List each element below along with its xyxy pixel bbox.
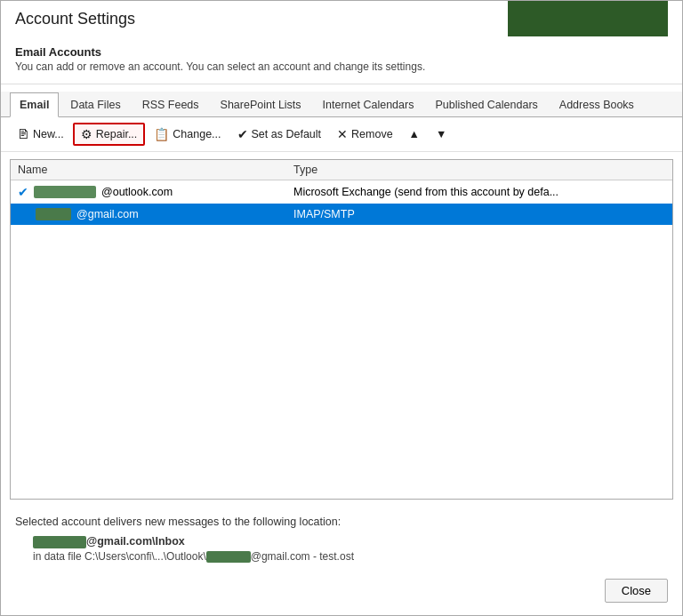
tabs-bar: Email Data Files RSS Feeds SharePoint Li…	[1, 92, 682, 117]
close-button[interactable]: Close	[605, 579, 668, 603]
header-divider	[1, 84, 682, 84]
repair-button[interactable]: ⚙ Repair...	[73, 123, 146, 146]
remove-button[interactable]: ✕ Remove	[330, 124, 400, 145]
set-default-button[interactable]: ✔ Set as Default	[230, 124, 329, 145]
table-row[interactable]: ✔ @outlook.com Microsoft Exchange (send …	[11, 180, 672, 204]
table-header: Name Type	[11, 160, 672, 180]
dialog-title: Account Settings	[15, 10, 135, 28]
change-icon: 📋	[154, 127, 169, 141]
footer-location: @gmail.com\Inbox in data file C:\Users\c…	[33, 535, 668, 563]
account-name-1: ✔ @outlook.com	[18, 185, 293, 199]
location-path: in data file C:\Users\confi\...\Outlook\…	[33, 550, 668, 563]
tab-data-files[interactable]: Data Files	[60, 92, 130, 117]
blurred-name-1	[34, 186, 96, 198]
table-row[interactable]: @gmail.com IMAP/SMTP	[11, 204, 672, 225]
accounts-area: Name Type ✔ @outlook.com Microsoft Excha…	[10, 159, 673, 500]
move-down-button[interactable]: ▼	[429, 124, 454, 144]
header-section: Email Accounts You can add or remove an …	[1, 42, 682, 84]
title-bar: Account Settings	[1, 1, 682, 42]
account-settings-dialog: Account Settings Email Accounts You can …	[0, 0, 683, 616]
footer-section: Selected account delivers new messages t…	[1, 507, 682, 570]
set-default-icon: ✔	[237, 127, 248, 141]
section-desc: You can add or remove an account. You ca…	[15, 60, 668, 73]
toolbar: 🖹 New... ⚙ Repair... 📋 Change... ✔ Set a…	[1, 117, 682, 152]
account-type-1: Microsoft Exchange (send from this accou…	[293, 186, 665, 198]
close-row: Close	[1, 570, 682, 615]
blurred-location-name	[33, 536, 86, 548]
title-decoration	[508, 1, 668, 36]
path-suffix: @gmail.com - test.ost	[251, 550, 354, 563]
blurred-name-2	[36, 208, 71, 220]
tab-published-calendars[interactable]: Published Calendars	[425, 92, 547, 117]
tab-sharepoint-lists[interactable]: SharePoint Lists	[211, 92, 311, 117]
col-type-header: Type	[293, 164, 665, 176]
blurred-path-name	[206, 551, 251, 563]
new-button[interactable]: 🖹 New...	[10, 124, 71, 145]
location-suffix: @gmail.com\Inbox	[86, 535, 185, 548]
footer-desc: Selected account delivers new messages t…	[15, 516, 668, 528]
tab-email[interactable]: Email	[10, 92, 59, 117]
move-up-button[interactable]: ▲	[402, 124, 427, 144]
up-arrow-icon: ▲	[409, 128, 420, 140]
path-prefix: in data file C:\Users\confi\...\Outlook\	[33, 550, 206, 563]
account-type-2: IMAP/SMTP	[293, 208, 665, 220]
change-button[interactable]: 📋 Change...	[147, 124, 228, 145]
tab-internet-calendars[interactable]: Internet Calendars	[313, 92, 424, 117]
section-title: Email Accounts	[15, 45, 668, 59]
down-arrow-icon: ▼	[436, 128, 446, 140]
remove-icon: ✕	[337, 127, 348, 141]
tab-rss-feeds[interactable]: RSS Feeds	[133, 92, 209, 117]
col-name-header: Name	[18, 164, 293, 176]
tab-address-books[interactable]: Address Books	[550, 92, 644, 117]
new-icon: 🖹	[17, 127, 29, 141]
repair-icon: ⚙	[81, 127, 92, 141]
location-bold: @gmail.com\Inbox	[33, 535, 668, 548]
default-checkmark: ✔	[18, 185, 28, 199]
table-body: ✔ @outlook.com Microsoft Exchange (send …	[11, 180, 672, 376]
account-name-2: @gmail.com	[18, 208, 293, 220]
